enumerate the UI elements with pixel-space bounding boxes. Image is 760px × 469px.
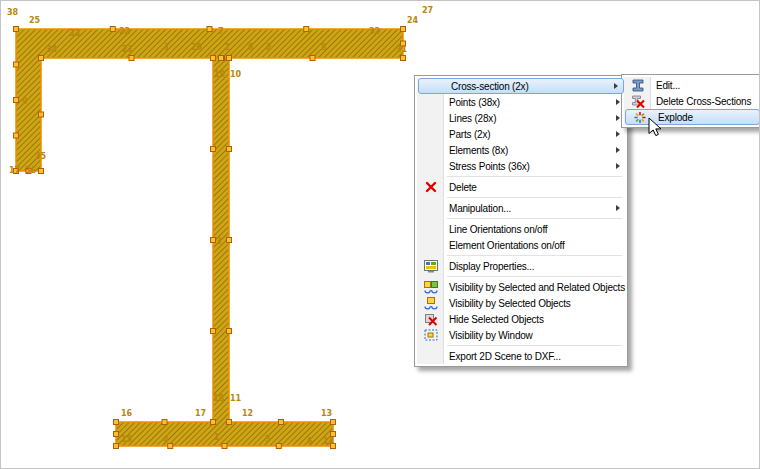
point-label: 10	[230, 70, 242, 79]
menu-item-stress-points[interactable]: Stress Points (36x)	[417, 158, 625, 174]
menu-item-cross-section[interactable]: Cross-section (2x)	[418, 78, 624, 94]
point-label: 22	[119, 27, 130, 36]
point-label: 21	[122, 45, 134, 54]
point-label: 3	[216, 237, 222, 246]
selection-handle[interactable]	[211, 329, 216, 334]
point-label: 24	[407, 16, 419, 25]
selection-handle[interactable]	[211, 56, 216, 61]
selection-handle[interactable]	[211, 147, 216, 152]
point-label: 12	[242, 409, 253, 418]
submenu-arrow-icon	[616, 131, 620, 137]
submenu-arrow-icon	[616, 147, 620, 153]
selection-handle[interactable]	[14, 27, 19, 32]
menu-item-elements[interactable]: Elements (8x)	[417, 142, 625, 158]
submenu-arrow-icon	[616, 115, 620, 121]
selection-handle[interactable]	[162, 420, 167, 425]
context-menu: Cross-section (2x) Points (38x) Lines (2…	[414, 75, 628, 367]
point-label: 27	[422, 6, 433, 15]
selection-handle[interactable]	[114, 444, 119, 449]
point-label: 15	[121, 435, 133, 444]
selection-handle[interactable]	[14, 62, 19, 67]
point-label: 6	[248, 43, 254, 52]
edit-icon	[626, 79, 650, 92]
selection-handle[interactable]	[114, 420, 119, 425]
menu-separator	[447, 276, 622, 277]
point-label: 25	[29, 16, 41, 25]
selection-handle[interactable]	[279, 420, 284, 425]
menu-item-parts[interactable]: Parts (2x)	[417, 126, 625, 142]
point-label: 2	[224, 43, 230, 52]
submenu-arrow-icon	[616, 163, 620, 169]
selection-handle[interactable]	[168, 444, 173, 449]
selection-handle[interactable]	[129, 56, 134, 61]
delete-cross-sections-icon	[626, 95, 650, 108]
cross-section-canvas[interactable]: 3825333422211207262832242731191093517363…	[1, 1, 461, 469]
selection-handle[interactable]	[14, 133, 19, 138]
selection-handle[interactable]	[114, 432, 119, 437]
menu-separator	[447, 218, 622, 219]
point-label: 20	[191, 43, 203, 52]
submenu-item-delete-cross-sections[interactable]: Delete Cross-Sections	[624, 93, 760, 109]
submenu-arrow-icon	[614, 83, 618, 89]
selection-handle[interactable]	[304, 27, 309, 32]
submenu-item-edit[interactable]: Edit...	[624, 77, 760, 93]
menu-separator	[447, 345, 622, 346]
selection-handle[interactable]	[401, 56, 406, 61]
menu-item-line-orientations[interactable]: Line Orientations on/off	[417, 221, 625, 237]
menu-item-points[interactable]: Points (38x)	[417, 94, 625, 110]
point-label: 31	[396, 45, 408, 54]
selection-handle[interactable]	[39, 56, 44, 61]
point-label: 14	[323, 437, 335, 446]
context-submenu: Edit... Delete Cross-Sections	[621, 74, 760, 128]
menu-item-visibility-selected[interactable]: Visibility by Selected Objects	[417, 295, 625, 311]
delete-x-icon	[419, 181, 443, 193]
selection-handle[interactable]	[227, 56, 232, 61]
selection-handle[interactable]	[39, 169, 44, 174]
menu-item-export-dxf[interactable]: Export 2D Scene to DXF...	[417, 348, 625, 364]
menu-separator	[447, 176, 622, 177]
selection-handle[interactable]	[227, 329, 232, 334]
point-label: 35	[35, 152, 47, 161]
drawing-area[interactable]: 3825333422211207262832242731191093517363…	[0, 0, 760, 469]
menu-item-visibility-selected-related[interactable]: Visibility by Selected and Related Objec…	[417, 279, 625, 295]
selection-handle[interactable]	[227, 147, 232, 152]
selection-handle[interactable]	[211, 420, 216, 425]
selection-handle[interactable]	[276, 444, 281, 449]
part-tee[interactable]	[116, 58, 333, 446]
point-label: 38	[7, 8, 19, 17]
menu-item-manipulation[interactable]: Manipulation...	[417, 200, 625, 216]
part-hat[interactable]	[16, 29, 403, 171]
point-label: 34	[46, 45, 58, 54]
point-label: 7	[218, 27, 224, 36]
display-properties-icon	[419, 260, 443, 273]
mouse-cursor	[648, 117, 662, 137]
selection-handle[interactable]	[331, 420, 336, 425]
selection-handle[interactable]	[227, 420, 232, 425]
menu-item-lines[interactable]: Lines (28x)	[417, 110, 625, 126]
visibility-selected-icon	[419, 297, 443, 310]
selection-handle[interactable]	[110, 27, 115, 32]
menu-item-hide-selected[interactable]: Hide Selected Objects	[417, 311, 625, 327]
selection-handle[interactable]	[227, 238, 232, 243]
menu-item-delete[interactable]: Delete	[417, 179, 625, 195]
selection-handle[interactable]	[219, 56, 224, 61]
menu-item-visibility-window[interactable]: Visibility by Window	[417, 327, 625, 343]
menu-item-element-orientations[interactable]: Element Orientations on/off	[417, 237, 625, 253]
point-label: 32	[369, 27, 380, 36]
selection-handle[interactable]	[310, 56, 315, 61]
point-label: 4	[163, 435, 169, 444]
point-label: 36	[25, 166, 37, 175]
selection-handle[interactable]	[14, 98, 19, 103]
point-label: 2	[266, 43, 272, 52]
selection-handle[interactable]	[211, 238, 216, 243]
menu-item-display-properties[interactable]: Display Properties...	[417, 258, 625, 274]
selection-handle[interactable]	[401, 27, 406, 32]
selection-handle[interactable]	[331, 432, 336, 437]
selection-handle[interactable]	[39, 112, 44, 117]
submenu-arrow-icon	[616, 99, 620, 105]
point-label: 17	[195, 409, 206, 418]
point-label: 5	[265, 435, 271, 444]
submenu-item-explode[interactable]: Explode	[625, 109, 760, 125]
selection-handle[interactable]	[222, 444, 227, 449]
selection-handle[interactable]	[207, 27, 212, 32]
